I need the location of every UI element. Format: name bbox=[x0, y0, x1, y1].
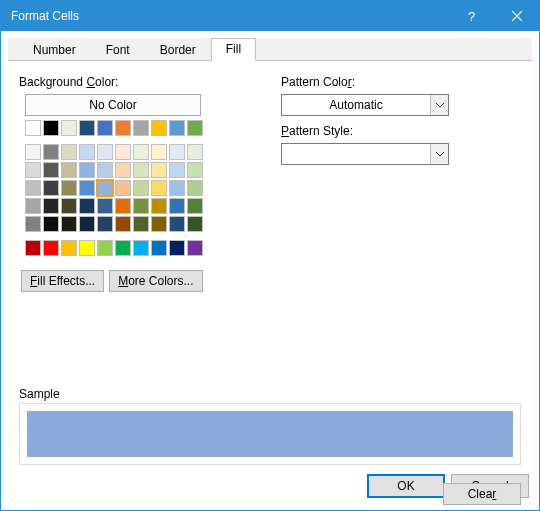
sample-box bbox=[19, 403, 521, 465]
color-swatch[interactable] bbox=[25, 216, 41, 232]
pattern-color-value: Automatic bbox=[282, 95, 430, 115]
color-swatch[interactable] bbox=[169, 240, 185, 256]
color-swatch[interactable] bbox=[61, 120, 77, 136]
color-swatch[interactable] bbox=[61, 162, 77, 178]
color-swatch[interactable] bbox=[169, 144, 185, 160]
color-swatch[interactable] bbox=[25, 198, 41, 214]
color-swatch[interactable] bbox=[79, 162, 95, 178]
color-swatch[interactable] bbox=[187, 144, 203, 160]
color-swatch[interactable] bbox=[133, 216, 149, 232]
color-swatch[interactable] bbox=[25, 144, 41, 160]
window-title: Format Cells bbox=[11, 9, 449, 23]
tab-number[interactable]: Number bbox=[18, 39, 91, 61]
color-swatch[interactable] bbox=[43, 240, 59, 256]
tab-fill[interactable]: Fill bbox=[211, 38, 256, 61]
tab-content: Background Color: No Color Fill Effects.… bbox=[1, 61, 539, 474]
color-swatch[interactable] bbox=[151, 180, 167, 196]
no-color-button[interactable]: No Color bbox=[25, 94, 201, 116]
color-swatch[interactable] bbox=[97, 216, 113, 232]
color-swatch[interactable] bbox=[187, 198, 203, 214]
ok-button[interactable]: OK bbox=[367, 474, 445, 498]
color-swatch[interactable] bbox=[133, 144, 149, 160]
tab-font[interactable]: Font bbox=[91, 39, 145, 61]
color-swatch[interactable] bbox=[133, 240, 149, 256]
color-swatch[interactable] bbox=[43, 216, 59, 232]
color-swatch[interactable] bbox=[61, 240, 77, 256]
color-swatch[interactable] bbox=[151, 240, 167, 256]
help-icon: ? bbox=[468, 9, 475, 24]
color-swatch[interactable] bbox=[187, 216, 203, 232]
color-swatch[interactable] bbox=[115, 162, 131, 178]
color-swatch[interactable] bbox=[61, 180, 77, 196]
color-swatch[interactable] bbox=[79, 180, 95, 196]
pattern-color-combo[interactable]: Automatic bbox=[281, 94, 449, 116]
titlebar: Format Cells ? bbox=[1, 1, 539, 31]
color-swatch[interactable] bbox=[151, 120, 167, 136]
theme-color-row bbox=[25, 120, 239, 136]
color-swatch[interactable] bbox=[115, 144, 131, 160]
color-tints-grid bbox=[25, 144, 239, 232]
color-swatch[interactable] bbox=[79, 120, 95, 136]
color-swatch[interactable] bbox=[25, 120, 41, 136]
color-swatch[interactable] bbox=[97, 162, 113, 178]
color-swatch[interactable] bbox=[61, 144, 77, 160]
tab-border[interactable]: Border bbox=[145, 39, 211, 61]
sample-section: Sample bbox=[19, 387, 521, 465]
color-swatch[interactable] bbox=[133, 120, 149, 136]
color-swatch[interactable] bbox=[43, 198, 59, 214]
color-swatch[interactable] bbox=[115, 198, 131, 214]
color-swatch[interactable] bbox=[97, 240, 113, 256]
color-swatch[interactable] bbox=[115, 120, 131, 136]
color-swatch[interactable] bbox=[151, 162, 167, 178]
color-swatch[interactable] bbox=[187, 120, 203, 136]
color-swatch[interactable] bbox=[97, 144, 113, 160]
color-swatch[interactable] bbox=[25, 240, 41, 256]
color-swatch[interactable] bbox=[97, 180, 113, 196]
color-swatch[interactable] bbox=[79, 240, 95, 256]
color-swatch[interactable] bbox=[79, 144, 95, 160]
color-swatch[interactable] bbox=[169, 180, 185, 196]
color-swatch[interactable] bbox=[43, 120, 59, 136]
color-swatch[interactable] bbox=[169, 198, 185, 214]
chevron-down-icon bbox=[430, 95, 448, 115]
color-swatch[interactable] bbox=[43, 180, 59, 196]
color-swatch[interactable] bbox=[25, 180, 41, 196]
color-swatch[interactable] bbox=[43, 162, 59, 178]
help-button[interactable]: ? bbox=[449, 1, 494, 31]
color-swatch[interactable] bbox=[25, 162, 41, 178]
color-swatch[interactable] bbox=[169, 162, 185, 178]
color-swatch[interactable] bbox=[79, 198, 95, 214]
clear-button[interactable]: Clear bbox=[443, 483, 521, 505]
color-swatch[interactable] bbox=[151, 198, 167, 214]
color-swatch[interactable] bbox=[115, 216, 131, 232]
pattern-style-combo[interactable] bbox=[281, 143, 449, 165]
color-swatch[interactable] bbox=[187, 180, 203, 196]
color-swatch[interactable] bbox=[43, 144, 59, 160]
pattern-style-label: Pattern Style: bbox=[281, 124, 521, 138]
pattern-color-label: Pattern Color: bbox=[281, 75, 521, 89]
fill-effects-button[interactable]: Fill Effects... bbox=[21, 270, 104, 292]
color-swatch[interactable] bbox=[79, 216, 95, 232]
color-swatch[interactable] bbox=[97, 198, 113, 214]
color-swatch[interactable] bbox=[187, 162, 203, 178]
color-swatch[interactable] bbox=[97, 120, 113, 136]
color-swatch[interactable] bbox=[133, 162, 149, 178]
tabstrip: Number Font Border Fill bbox=[8, 38, 532, 61]
pattern-style-value bbox=[282, 144, 430, 164]
color-swatch[interactable] bbox=[151, 216, 167, 232]
close-button[interactable] bbox=[494, 1, 539, 31]
color-swatch[interactable] bbox=[169, 120, 185, 136]
color-swatch[interactable] bbox=[115, 180, 131, 196]
more-colors-button[interactable]: More Colors... bbox=[109, 270, 202, 292]
sample-fill bbox=[27, 411, 513, 457]
color-swatch[interactable] bbox=[187, 240, 203, 256]
color-swatch[interactable] bbox=[61, 216, 77, 232]
dialog-window: Format Cells ? Number Font Border Fill B… bbox=[0, 0, 540, 511]
chevron-down-icon bbox=[430, 144, 448, 164]
color-swatch[interactable] bbox=[133, 198, 149, 214]
color-swatch[interactable] bbox=[169, 216, 185, 232]
color-swatch[interactable] bbox=[61, 198, 77, 214]
color-swatch[interactable] bbox=[133, 180, 149, 196]
color-swatch[interactable] bbox=[115, 240, 131, 256]
color-swatch[interactable] bbox=[151, 144, 167, 160]
